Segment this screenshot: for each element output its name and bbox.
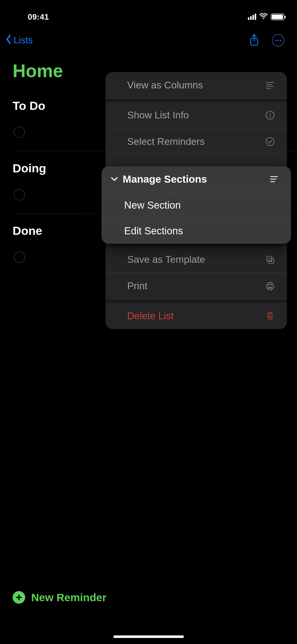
menu-label: Print <box>127 280 147 292</box>
reminder-checkbox[interactable] <box>14 189 25 201</box>
share-button[interactable] <box>249 34 259 47</box>
printer-icon <box>265 281 275 291</box>
status-icons <box>248 13 284 21</box>
menu-label: Delete List <box>127 310 174 321</box>
more-button[interactable] <box>272 34 284 47</box>
home-indicator[interactable] <box>113 635 184 638</box>
template-icon <box>265 254 275 265</box>
status-bar: 09:41 <box>0 0 297 28</box>
nav-actions <box>249 34 284 47</box>
reminder-checkbox[interactable] <box>14 126 25 138</box>
submenu-edit-sections[interactable]: Edit Sections <box>102 218 291 244</box>
back-label: Lists <box>14 35 33 46</box>
chevron-left-icon <box>5 34 12 47</box>
columns-icon <box>265 80 275 90</box>
menu-view-as-columns[interactable]: View as Columns <box>106 72 287 99</box>
new-reminder-button[interactable]: New Reminder <box>13 591 107 604</box>
status-time: 09:41 <box>28 12 49 22</box>
manage-sections-submenu: Manage Sections New Section Edit Section… <box>102 166 291 244</box>
cellular-icon <box>248 14 256 20</box>
reminder-checkbox[interactable] <box>14 251 25 263</box>
menu-print[interactable]: Print <box>106 273 287 299</box>
ellipsis-icon <box>275 40 281 41</box>
back-button[interactable]: Lists <box>5 34 33 47</box>
trash-icon <box>265 311 275 321</box>
new-reminder-label: New Reminder <box>31 591 107 604</box>
list-icon <box>269 174 279 185</box>
checkmark-circle-icon <box>265 136 275 147</box>
menu-label: Show List Info <box>127 110 189 121</box>
svg-rect-18 <box>267 285 274 288</box>
menu-show-list-info[interactable]: Show List Info <box>106 102 287 128</box>
menu-save-as-template[interactable]: Save as Template <box>106 246 287 273</box>
svg-point-12 <box>266 138 274 146</box>
svg-point-0 <box>263 18 264 19</box>
menu-label: View as Columns <box>127 80 203 91</box>
menu-delete-list[interactable]: Delete List <box>106 303 287 329</box>
nav-bar: Lists <box>0 28 297 53</box>
wifi-icon <box>259 13 268 21</box>
menu-label: Select Reminders <box>127 136 205 147</box>
submenu-new-section[interactable]: New Section <box>102 192 291 218</box>
plus-circle-icon <box>13 591 25 604</box>
battery-icon <box>271 14 284 20</box>
submenu-header[interactable]: Manage Sections <box>102 166 291 192</box>
svg-point-11 <box>270 113 271 114</box>
info-icon <box>265 110 275 120</box>
menu-label: Save as Template <box>127 254 205 265</box>
svg-rect-19 <box>268 283 272 285</box>
menu-select-reminders[interactable]: Select Reminders <box>106 128 287 155</box>
chevron-down-icon <box>111 176 118 183</box>
submenu-title: Manage Sections <box>123 173 207 185</box>
